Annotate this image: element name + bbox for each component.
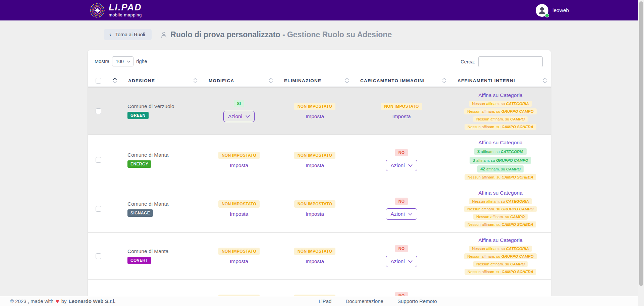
status-badge: NO xyxy=(395,149,408,156)
header-select-column xyxy=(88,74,121,87)
table-toolbar: Mostra 100 righe Cerca: xyxy=(88,50,551,74)
sort-asc-icon xyxy=(269,78,273,80)
page-title-role: Ruolo di prova personalizzato - xyxy=(170,30,285,39)
row-checkbox[interactable] xyxy=(96,253,101,259)
scrollbar[interactable] xyxy=(638,0,644,306)
azioni-dropdown[interactable]: Azioni xyxy=(386,160,417,171)
adesione-tag: ENERGY xyxy=(127,160,151,168)
search-control: Cerca: xyxy=(461,56,543,67)
header-affinamenti-interni[interactable]: AFFINAMENTI INTERNI xyxy=(450,74,551,87)
sort-asc-icon xyxy=(543,78,547,80)
status-badge: NO xyxy=(395,198,408,205)
azioni-dropdown[interactable]: Azioni xyxy=(223,111,255,122)
sort-control[interactable] xyxy=(442,78,446,83)
row-checkbox[interactable] xyxy=(96,108,101,114)
affinamento-badge: Nessun affinam. su CAMPO SCHEDA xyxy=(465,221,536,227)
affina-categoria-link[interactable]: Affina su Categoria xyxy=(478,237,523,243)
logo-icon xyxy=(89,2,105,18)
affinamento-badge: Nessun affinam. su CATEGORIA xyxy=(469,198,532,204)
table-header: ADESIONE MODIFICA ELIMINAZIONE xyxy=(88,74,551,87)
imposta-link[interactable]: Imposta xyxy=(230,258,248,264)
imposta-link[interactable]: Imposta xyxy=(230,162,248,168)
affinamento-badge: Nessun affinam. su CATEGORIA xyxy=(469,101,532,107)
status-badge: SI xyxy=(234,100,245,107)
adesione-name: Comune di Manta xyxy=(127,201,168,207)
footer: © 2023 , made with ♥ by Leonardo Web S.r… xyxy=(0,296,638,306)
status-badge: NON IMPOSTATO xyxy=(294,152,335,159)
sort-control-select[interactable] xyxy=(113,78,117,83)
user-menu[interactable]: leoweb xyxy=(536,0,569,20)
sort-asc-icon xyxy=(345,78,349,80)
status-badge: NON IMPOSTATO xyxy=(294,103,335,110)
sort-desc-icon xyxy=(269,81,273,83)
sort-control[interactable] xyxy=(269,78,273,83)
affinamento-badge: 3 affinam. su GRUPPO CAMPO xyxy=(470,157,531,164)
imposta-link[interactable]: Imposta xyxy=(306,258,324,264)
affina-categoria-link[interactable]: Affina su Categoria xyxy=(478,92,523,98)
copyright: © 2023 , made with ♥ by Leonardo Web S.r… xyxy=(10,298,115,304)
sort-desc-icon xyxy=(442,81,446,83)
affinamento-badge: Nessun affinam. su CAMPO SCHEDA xyxy=(465,174,536,180)
table-row: Comune di Manta SIGNAGE NON IMPOSTATO Im… xyxy=(88,185,551,232)
header-eliminazione[interactable]: ELIMINAZIONE xyxy=(277,74,353,87)
imposta-link[interactable]: Imposta xyxy=(230,211,248,217)
imposta-link[interactable]: Imposta xyxy=(306,162,324,168)
page-title: Ruolo di prova personalizzato - Gestione… xyxy=(170,30,392,39)
app: Li.PAD mobile mapping leoweb ‹ Torna ai … xyxy=(0,0,644,306)
affinamento-badge: Nessun affinam. su GRUPPO CAMPO xyxy=(464,206,536,212)
affina-categoria-link[interactable]: Affina su Categoria xyxy=(478,140,523,146)
avatar xyxy=(536,4,548,17)
affinamento-badge: 42 affinam. su CAMPO xyxy=(477,165,524,172)
rows-per-page-select[interactable]: 100 xyxy=(112,56,133,66)
sort-control[interactable] xyxy=(345,78,349,83)
affina-categoria-link[interactable]: Affina su Categoria xyxy=(478,190,523,196)
affinamento-badge: Nessun affinam. su CAMPO xyxy=(473,214,528,220)
back-button-label: Torna ai Ruoli xyxy=(115,32,145,37)
footer-link-lipad[interactable]: LiPad xyxy=(319,298,331,304)
role-person-icon xyxy=(160,31,167,38)
header-adesione[interactable]: ADESIONE xyxy=(121,74,201,87)
scrollbar-thumb[interactable] xyxy=(639,1,643,286)
adesione-name: Comune di Manta xyxy=(127,152,168,158)
sort-desc-icon xyxy=(193,81,198,83)
topbar: Li.PAD mobile mapping leoweb xyxy=(0,0,638,20)
length-label-after: righe xyxy=(136,59,147,64)
chevron-down-icon xyxy=(246,115,250,118)
page-header: ‹ Torna ai Ruoli Ruolo di prova personal… xyxy=(104,29,392,40)
sort-control[interactable] xyxy=(543,78,547,83)
chevron-down-icon xyxy=(408,260,413,263)
table-row: Comune di Manta ENERGY NON IMPOSTATO Imp… xyxy=(88,135,551,185)
rows-per-page-value: 100 xyxy=(116,59,123,64)
status-badge: NON IMPOSTATO xyxy=(218,248,260,255)
row-checkbox[interactable] xyxy=(96,206,101,212)
adesione-tag: SIGNAGE xyxy=(127,209,153,217)
adesione-name: Comune di Verzuolo xyxy=(127,103,174,109)
sort-control[interactable] xyxy=(193,78,198,83)
sort-desc-icon xyxy=(113,81,117,83)
azioni-dropdown[interactable]: Azioni xyxy=(386,208,417,220)
imposta-link[interactable]: Imposta xyxy=(392,113,411,119)
footer-link-documentazione[interactable]: Documentazione xyxy=(345,298,383,304)
imposta-link[interactable]: Imposta xyxy=(306,211,324,217)
footer-link-supporto-remoto[interactable]: Supporto Remoto xyxy=(397,298,437,304)
sort-asc-icon xyxy=(442,78,446,80)
adesione-tag: GREEN xyxy=(127,112,149,119)
logo[interactable]: Li.PAD mobile mapping xyxy=(89,2,142,18)
company-name: Leonardo Web S.r.l. xyxy=(69,298,116,304)
table-row: Comune di Verzuolo GREEN SI Azioni NON I… xyxy=(88,87,551,135)
chevron-left-icon: ‹ xyxy=(109,32,111,37)
footer-links: LiPad Documentazione Supporto Remoto xyxy=(319,298,437,304)
azioni-dropdown[interactable]: Azioni xyxy=(386,256,417,267)
search-input[interactable] xyxy=(478,56,543,67)
row-checkbox[interactable] xyxy=(96,157,101,163)
status-badge: NON IMPOSTATO xyxy=(218,200,260,208)
roles-table-card: Mostra 100 righe Cerca: xyxy=(88,50,551,306)
imposta-link[interactable]: Imposta xyxy=(306,113,324,119)
header-modifica[interactable]: MODIFICA xyxy=(201,74,277,87)
sort-asc-icon xyxy=(193,78,198,80)
chevron-down-icon xyxy=(127,60,130,63)
back-to-roles-button[interactable]: ‹ Torna ai Ruoli xyxy=(104,29,152,40)
header-caricamento-immagini[interactable]: CARICAMENTO IMMAGINI xyxy=(353,74,450,87)
select-all-checkbox[interactable] xyxy=(96,78,101,84)
status-badge: NON IMPOSTATO xyxy=(294,248,335,255)
